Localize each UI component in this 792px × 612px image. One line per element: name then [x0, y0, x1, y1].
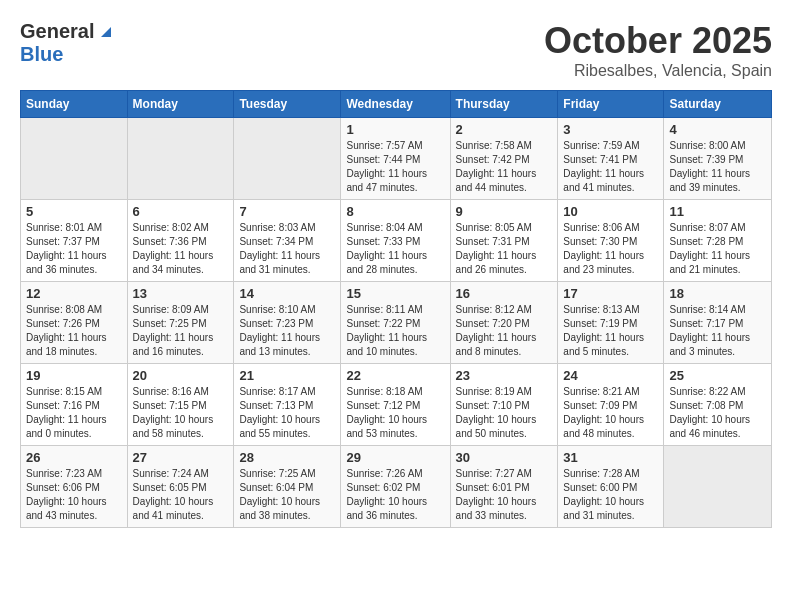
day-info: Sunrise: 8:16 AM Sunset: 7:15 PM Dayligh… [133, 385, 229, 441]
calendar-week-row: 1Sunrise: 7:57 AM Sunset: 7:44 PM Daylig… [21, 118, 772, 200]
day-number: 17 [563, 286, 658, 301]
day-info: Sunrise: 8:08 AM Sunset: 7:26 PM Dayligh… [26, 303, 122, 359]
day-info: Sunrise: 7:27 AM Sunset: 6:01 PM Dayligh… [456, 467, 553, 523]
calendar-cell: 31Sunrise: 7:28 AM Sunset: 6:00 PM Dayli… [558, 446, 664, 528]
day-info: Sunrise: 8:00 AM Sunset: 7:39 PM Dayligh… [669, 139, 766, 195]
title-section: October 2025 Ribesalbes, Valencia, Spain [544, 20, 772, 80]
calendar-cell [664, 446, 772, 528]
day-number: 30 [456, 450, 553, 465]
weekday-header: Wednesday [341, 91, 450, 118]
day-number: 23 [456, 368, 553, 383]
calendar-cell: 20Sunrise: 8:16 AM Sunset: 7:15 PM Dayli… [127, 364, 234, 446]
day-number: 7 [239, 204, 335, 219]
day-number: 12 [26, 286, 122, 301]
calendar-cell [21, 118, 128, 200]
day-number: 9 [456, 204, 553, 219]
weekday-header: Tuesday [234, 91, 341, 118]
day-info: Sunrise: 8:15 AM Sunset: 7:16 PM Dayligh… [26, 385, 122, 441]
weekday-header: Thursday [450, 91, 558, 118]
calendar-week-row: 5Sunrise: 8:01 AM Sunset: 7:37 PM Daylig… [21, 200, 772, 282]
day-info: Sunrise: 8:02 AM Sunset: 7:36 PM Dayligh… [133, 221, 229, 277]
day-info: Sunrise: 7:28 AM Sunset: 6:00 PM Dayligh… [563, 467, 658, 523]
day-number: 19 [26, 368, 122, 383]
logo-general-text: General [20, 20, 94, 43]
weekday-row: SundayMondayTuesdayWednesdayThursdayFrid… [21, 91, 772, 118]
day-number: 31 [563, 450, 658, 465]
page-header: General Blue October 2025 Ribesalbes, Va… [20, 20, 772, 80]
day-number: 22 [346, 368, 444, 383]
day-number: 2 [456, 122, 553, 137]
calendar-cell: 22Sunrise: 8:18 AM Sunset: 7:12 PM Dayli… [341, 364, 450, 446]
day-info: Sunrise: 8:17 AM Sunset: 7:13 PM Dayligh… [239, 385, 335, 441]
day-info: Sunrise: 8:06 AM Sunset: 7:30 PM Dayligh… [563, 221, 658, 277]
calendar-week-row: 19Sunrise: 8:15 AM Sunset: 7:16 PM Dayli… [21, 364, 772, 446]
day-info: Sunrise: 7:58 AM Sunset: 7:42 PM Dayligh… [456, 139, 553, 195]
calendar-cell: 5Sunrise: 8:01 AM Sunset: 7:37 PM Daylig… [21, 200, 128, 282]
calendar-cell: 30Sunrise: 7:27 AM Sunset: 6:01 PM Dayli… [450, 446, 558, 528]
calendar-cell: 27Sunrise: 7:24 AM Sunset: 6:05 PM Dayli… [127, 446, 234, 528]
day-info: Sunrise: 7:59 AM Sunset: 7:41 PM Dayligh… [563, 139, 658, 195]
weekday-header: Friday [558, 91, 664, 118]
calendar-cell: 7Sunrise: 8:03 AM Sunset: 7:34 PM Daylig… [234, 200, 341, 282]
calendar-cell: 6Sunrise: 8:02 AM Sunset: 7:36 PM Daylig… [127, 200, 234, 282]
calendar-cell [127, 118, 234, 200]
day-number: 5 [26, 204, 122, 219]
day-info: Sunrise: 8:13 AM Sunset: 7:19 PM Dayligh… [563, 303, 658, 359]
calendar-cell: 17Sunrise: 8:13 AM Sunset: 7:19 PM Dayli… [558, 282, 664, 364]
day-number: 28 [239, 450, 335, 465]
calendar-header: SundayMondayTuesdayWednesdayThursdayFrid… [21, 91, 772, 118]
day-number: 14 [239, 286, 335, 301]
logo: General Blue [20, 20, 115, 66]
calendar-cell: 11Sunrise: 8:07 AM Sunset: 7:28 PM Dayli… [664, 200, 772, 282]
day-number: 29 [346, 450, 444, 465]
calendar-cell: 12Sunrise: 8:08 AM Sunset: 7:26 PM Dayli… [21, 282, 128, 364]
day-number: 3 [563, 122, 658, 137]
calendar-cell: 25Sunrise: 8:22 AM Sunset: 7:08 PM Dayli… [664, 364, 772, 446]
day-info: Sunrise: 7:57 AM Sunset: 7:44 PM Dayligh… [346, 139, 444, 195]
day-info: Sunrise: 8:11 AM Sunset: 7:22 PM Dayligh… [346, 303, 444, 359]
calendar-cell: 19Sunrise: 8:15 AM Sunset: 7:16 PM Dayli… [21, 364, 128, 446]
day-info: Sunrise: 8:01 AM Sunset: 7:37 PM Dayligh… [26, 221, 122, 277]
calendar-cell: 18Sunrise: 8:14 AM Sunset: 7:17 PM Dayli… [664, 282, 772, 364]
day-info: Sunrise: 8:22 AM Sunset: 7:08 PM Dayligh… [669, 385, 766, 441]
day-number: 1 [346, 122, 444, 137]
calendar-cell: 23Sunrise: 8:19 AM Sunset: 7:10 PM Dayli… [450, 364, 558, 446]
calendar-week-row: 12Sunrise: 8:08 AM Sunset: 7:26 PM Dayli… [21, 282, 772, 364]
calendar-cell: 24Sunrise: 8:21 AM Sunset: 7:09 PM Dayli… [558, 364, 664, 446]
day-info: Sunrise: 8:07 AM Sunset: 7:28 PM Dayligh… [669, 221, 766, 277]
svg-marker-0 [101, 27, 111, 37]
day-number: 4 [669, 122, 766, 137]
day-number: 11 [669, 204, 766, 219]
weekday-header: Monday [127, 91, 234, 118]
day-number: 13 [133, 286, 229, 301]
location: Ribesalbes, Valencia, Spain [544, 62, 772, 80]
day-number: 15 [346, 286, 444, 301]
calendar-cell: 9Sunrise: 8:05 AM Sunset: 7:31 PM Daylig… [450, 200, 558, 282]
calendar-body: 1Sunrise: 7:57 AM Sunset: 7:44 PM Daylig… [21, 118, 772, 528]
calendar-week-row: 26Sunrise: 7:23 AM Sunset: 6:06 PM Dayli… [21, 446, 772, 528]
day-info: Sunrise: 7:23 AM Sunset: 6:06 PM Dayligh… [26, 467, 122, 523]
day-number: 25 [669, 368, 766, 383]
day-number: 8 [346, 204, 444, 219]
calendar-cell: 26Sunrise: 7:23 AM Sunset: 6:06 PM Dayli… [21, 446, 128, 528]
logo-icon [97, 21, 115, 39]
day-info: Sunrise: 7:24 AM Sunset: 6:05 PM Dayligh… [133, 467, 229, 523]
day-info: Sunrise: 8:04 AM Sunset: 7:33 PM Dayligh… [346, 221, 444, 277]
day-info: Sunrise: 7:26 AM Sunset: 6:02 PM Dayligh… [346, 467, 444, 523]
day-info: Sunrise: 8:05 AM Sunset: 7:31 PM Dayligh… [456, 221, 553, 277]
calendar-cell: 28Sunrise: 7:25 AM Sunset: 6:04 PM Dayli… [234, 446, 341, 528]
weekday-header: Sunday [21, 91, 128, 118]
day-number: 26 [26, 450, 122, 465]
day-info: Sunrise: 8:14 AM Sunset: 7:17 PM Dayligh… [669, 303, 766, 359]
calendar-cell: 13Sunrise: 8:09 AM Sunset: 7:25 PM Dayli… [127, 282, 234, 364]
weekday-header: Saturday [664, 91, 772, 118]
calendar-cell: 21Sunrise: 8:17 AM Sunset: 7:13 PM Dayli… [234, 364, 341, 446]
day-info: Sunrise: 8:12 AM Sunset: 7:20 PM Dayligh… [456, 303, 553, 359]
calendar-cell: 8Sunrise: 8:04 AM Sunset: 7:33 PM Daylig… [341, 200, 450, 282]
calendar-cell: 15Sunrise: 8:11 AM Sunset: 7:22 PM Dayli… [341, 282, 450, 364]
calendar-cell: 1Sunrise: 7:57 AM Sunset: 7:44 PM Daylig… [341, 118, 450, 200]
day-info: Sunrise: 8:19 AM Sunset: 7:10 PM Dayligh… [456, 385, 553, 441]
calendar-cell: 29Sunrise: 7:26 AM Sunset: 6:02 PM Dayli… [341, 446, 450, 528]
day-info: Sunrise: 7:25 AM Sunset: 6:04 PM Dayligh… [239, 467, 335, 523]
day-number: 27 [133, 450, 229, 465]
